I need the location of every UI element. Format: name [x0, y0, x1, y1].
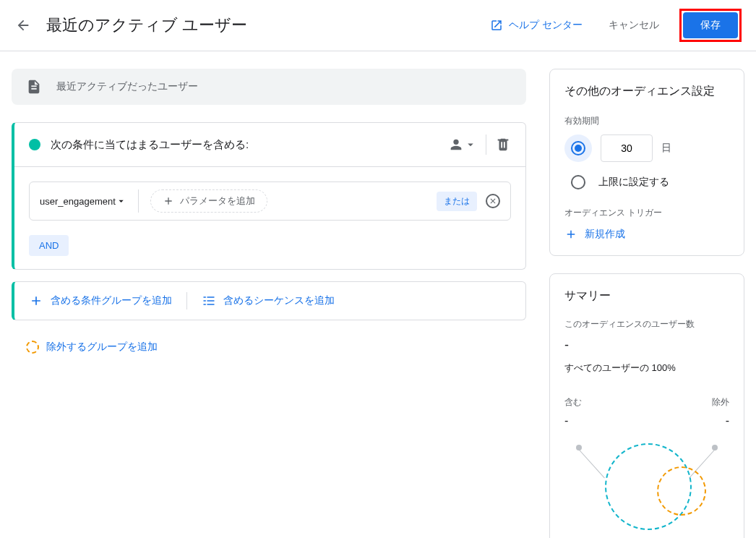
exclude-value: - — [726, 414, 729, 427]
add-trigger-label: 新規作成 — [585, 228, 625, 241]
description-icon — [26, 79, 42, 95]
include-condition-card: 次の条件に当てはまるユーザーを含める: user_engagement — [12, 122, 526, 270]
exclude-label: 除外するグループを追加 — [46, 341, 158, 354]
condition-row: user_engagement パラメータを追加 または — [29, 182, 511, 221]
save-highlight: 保存 — [679, 9, 742, 42]
remove-condition-button[interactable] — [486, 194, 500, 208]
condition-title: 次の条件に当てはまるユーザーを含める: — [51, 138, 249, 152]
duration-input[interactable] — [601, 134, 653, 162]
summary-panel: サマリー このオーディエンスのユーザー数 - すべてのユーザーの 100% 含む… — [549, 273, 744, 538]
header: 最近のアクティブ ユーザー ヘルプ センター キャンセル 保存 — [0, 0, 756, 51]
add-sequence-button[interactable]: 含めるシーケンスを追加 — [202, 294, 335, 308]
dropdown-icon — [116, 195, 126, 208]
dropdown-icon — [464, 138, 477, 151]
summary-users-value: - — [564, 338, 729, 353]
include-value: - — [564, 414, 568, 427]
add-group-label: 含める条件グループを追加 — [51, 294, 172, 307]
close-icon — [489, 197, 497, 205]
page-title: 最近のアクティブ ユーザー — [46, 14, 247, 36]
divider — [138, 189, 139, 213]
duration-unit: 日 — [661, 142, 671, 155]
help-center-link[interactable]: ヘルプ センター — [490, 19, 583, 32]
duration-max-radio[interactable] — [571, 175, 585, 189]
delete-group-button[interactable] — [495, 136, 511, 154]
include-label: 含む — [564, 396, 582, 409]
include-indicator-icon — [29, 139, 40, 150]
add-trigger-button[interactable]: 新規作成 — [564, 228, 729, 241]
add-sequence-label: 含めるシーケンスを追加 — [223, 294, 335, 307]
save-button[interactable]: 保存 — [683, 12, 738, 38]
exclude-circle-icon — [26, 341, 39, 354]
description-text: 最近アクティブだったユーザー — [56, 80, 198, 93]
event-selector[interactable]: user_engagement — [40, 195, 126, 208]
event-name: user_engagement — [40, 196, 116, 207]
trigger-label: オーディエンス トリガー — [564, 207, 729, 219]
duration-radio-halo — [564, 134, 592, 162]
duration-max-label: 上限に設定する — [598, 176, 669, 189]
back-button[interactable] — [14, 17, 32, 34]
help-center-label: ヘルプ センター — [509, 19, 583, 32]
venn-exclude-circle — [657, 466, 706, 516]
summary-percent: すべてのユーザーの 100% — [564, 362, 729, 375]
plus-icon — [29, 294, 43, 308]
exclude-label: 除外 — [712, 396, 729, 409]
divider — [486, 134, 486, 155]
sequence-icon — [202, 294, 216, 308]
settings-title: その他のオーディエンス設定 — [564, 84, 729, 99]
add-exclude-group-button[interactable]: 除外するグループを追加 — [26, 341, 526, 354]
and-button[interactable]: AND — [29, 235, 69, 256]
venn-diagram — [564, 436, 729, 537]
or-button[interactable]: または — [437, 192, 477, 211]
add-parameter-label: パラメータを追加 — [180, 195, 255, 208]
divider — [186, 292, 187, 309]
venn-line-left — [577, 448, 605, 478]
scope-selector[interactable] — [448, 137, 477, 153]
settings-panel: その他のオーディエンス設定 有効期間 日 上限に設定する オーディエンス トリガ… — [549, 69, 744, 256]
open-in-new-icon — [490, 19, 503, 32]
plus-icon — [163, 195, 174, 207]
trash-icon — [495, 136, 511, 152]
add-parameter-button[interactable]: パラメータを追加 — [150, 189, 267, 213]
duration-days-radio[interactable] — [571, 141, 585, 155]
person-icon — [448, 137, 464, 153]
description-bar[interactable]: 最近アクティブだったユーザー — [12, 69, 526, 105]
plus-icon — [564, 228, 577, 241]
summary-users-label: このオーディエンスのユーザー数 — [564, 318, 729, 330]
add-condition-group-button[interactable]: 含める条件グループを追加 — [29, 294, 172, 308]
arrow-back-icon — [15, 17, 31, 33]
summary-title: サマリー — [564, 289, 729, 304]
cancel-button[interactable]: キャンセル — [600, 13, 668, 38]
duration-label: 有効期間 — [564, 115, 729, 127]
add-actions-bar: 含める条件グループを追加 含めるシーケンスを追加 — [12, 281, 526, 320]
condition-header: 次の条件に当てはまるユーザーを含める: — [14, 123, 525, 167]
